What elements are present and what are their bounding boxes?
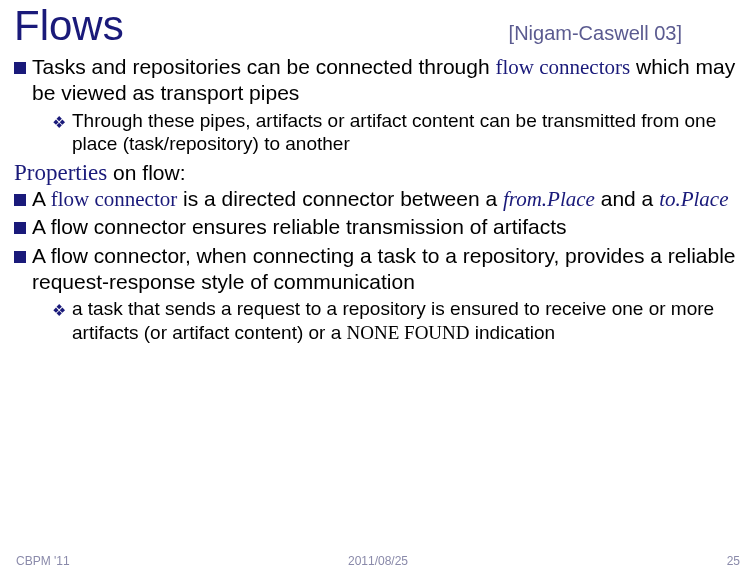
footer-center: 2011/08/25: [348, 554, 408, 568]
bullet-3-text: A flow connector ensures reliable transm…: [32, 214, 567, 240]
bullet-2-mid2: and a: [595, 187, 659, 210]
bullet-1-sub: ❖ Through these pipes, artifacts or arti…: [52, 109, 742, 157]
bullet-2: A flow connector is a directed connector…: [14, 186, 742, 212]
bullet-2-to: to.Place: [659, 187, 728, 211]
bullet-2-kw1: flow connector: [51, 187, 178, 211]
bullet-1-text: Tasks and repositories can be connected …: [32, 54, 742, 107]
content: Tasks and repositories can be connected …: [14, 54, 742, 345]
diamond-bullet-icon: ❖: [52, 301, 66, 320]
bullet-2-from: from.Place: [503, 187, 595, 211]
bullet-4-sub-text: a task that sends a request to a reposit…: [72, 297, 742, 345]
square-bullet-icon: [14, 251, 26, 263]
square-bullet-icon: [14, 62, 26, 74]
bullet-4-sub-post: indication: [470, 322, 556, 343]
bullet-1-pre: Tasks and repositories can be connected …: [32, 55, 495, 78]
diamond-bullet-icon: ❖: [52, 113, 66, 132]
bullet-1-sub-text: Through these pipes, artifacts or artifa…: [72, 109, 742, 157]
bullet-1-keyword: flow connectors: [495, 55, 630, 79]
properties-post: on flow:: [107, 161, 185, 184]
bullet-2-mid1: is a directed connector between a: [177, 187, 503, 210]
bullet-4-text: A flow connector, when connecting a task…: [32, 243, 742, 296]
footer-left: CBPM '11: [16, 554, 70, 568]
title-row: Flows [Nigam-Caswell 03]: [14, 0, 742, 50]
bullet-4-sub: ❖ a task that sends a request to a repos…: [52, 297, 742, 345]
bullet-1: Tasks and repositories can be connected …: [14, 54, 742, 107]
bullet-4: A flow connector, when connecting a task…: [14, 243, 742, 296]
bullet-2-pre: A: [32, 187, 51, 210]
properties-heading: Properties on flow:: [14, 160, 742, 186]
slide: Flows [Nigam-Caswell 03] Tasks and repos…: [0, 0, 756, 576]
footer-right: 25: [727, 554, 740, 568]
bullet-3: A flow connector ensures reliable transm…: [14, 214, 742, 240]
citation: [Nigam-Caswell 03]: [509, 22, 682, 45]
bullet-4-sub-kw: NONE FOUND: [347, 322, 470, 343]
bullet-2-text: A flow connector is a directed connector…: [32, 186, 729, 212]
slide-title: Flows: [14, 2, 124, 50]
properties-pre: Properties: [14, 160, 107, 185]
square-bullet-icon: [14, 194, 26, 206]
square-bullet-icon: [14, 222, 26, 234]
footer: CBPM '11 2011/08/25 25: [0, 554, 756, 568]
